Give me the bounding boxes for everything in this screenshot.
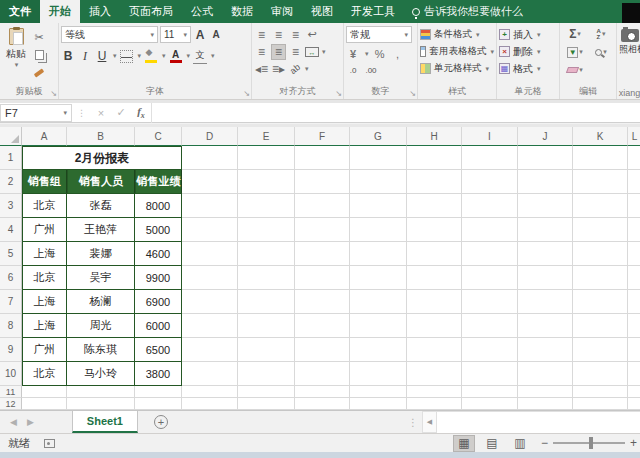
table-cell[interactable]: 张磊 <box>67 194 135 218</box>
ribbon-tab[interactable]: 文件 <box>0 0 40 23</box>
confirm-entry-button[interactable]: ✓ <box>111 106 131 119</box>
table-cell[interactable]: 北京 <box>22 266 67 290</box>
table-cell[interactable]: 6000 <box>135 314 182 338</box>
orientation-button[interactable]: ab <box>288 61 302 77</box>
name-box[interactable]: F7▾ <box>0 104 72 122</box>
table-cell[interactable]: 3800 <box>135 362 182 386</box>
percent-style-button[interactable]: % <box>373 46 387 62</box>
table-cell[interactable]: 8000 <box>135 194 182 218</box>
align-bottom-button[interactable]: ≡ <box>288 28 303 42</box>
column-header[interactable]: I <box>462 127 518 146</box>
underline-dropdown[interactable]: ▾ <box>113 52 117 60</box>
sort-filter-button[interactable]: AZ▾ <box>588 26 614 42</box>
font-color-button[interactable]: A <box>169 48 183 64</box>
fill-button[interactable]: ▼▾ <box>562 44 588 60</box>
ribbon-tab[interactable]: 视图 <box>302 0 342 23</box>
cells-menu-item[interactable]: ▦格式▾ <box>499 60 557 77</box>
comma-style-button[interactable]: , <box>391 46 405 62</box>
row-header[interactable]: 7 <box>0 290 22 314</box>
bold-button[interactable]: B <box>61 48 75 64</box>
cells-menu-item[interactable]: ×删除▾ <box>499 43 557 60</box>
merge-center-button[interactable]: ↔ <box>305 44 319 60</box>
table-cell[interactable]: 广州 <box>22 218 67 242</box>
column-header[interactable]: F <box>295 127 350 146</box>
sheet-tab-sheet1[interactable]: Sheet1 <box>72 411 138 433</box>
ribbon-tab[interactable]: 开始 <box>40 0 80 23</box>
orientation-dropdown[interactable]: ▾ <box>305 65 309 73</box>
zoom-slider[interactable] <box>553 442 625 444</box>
table-header-cell[interactable]: 销售人员 <box>67 170 135 194</box>
ribbon-tab[interactable]: 插入 <box>80 0 120 23</box>
select-all-button[interactable] <box>0 127 22 146</box>
table-cell[interactable]: 吴宇 <box>67 266 135 290</box>
row-header[interactable]: 1 <box>0 146 22 170</box>
zoom-slider-thumb[interactable] <box>589 437 593 449</box>
column-header[interactable]: D <box>182 127 238 146</box>
table-cell[interactable]: 上海 <box>22 314 67 338</box>
table-cell[interactable]: 马小玲 <box>67 362 135 386</box>
table-cell[interactable]: 杨澜 <box>67 290 135 314</box>
table-cell[interactable]: 9900 <box>135 266 182 290</box>
column-header[interactable]: J <box>518 127 573 146</box>
alignment-dialog-launcher[interactable]: ↘ <box>335 90 342 98</box>
table-cell[interactable]: 北京 <box>22 194 67 218</box>
new-sheet-button[interactable]: + <box>154 415 168 429</box>
increase-decimal-button[interactable]: .0 <box>346 62 360 78</box>
table-cell[interactable]: 4600 <box>135 242 182 266</box>
column-header[interactable]: E <box>238 127 295 146</box>
font-color-dropdown[interactable]: ▾ <box>187 52 191 60</box>
italic-button[interactable]: I <box>78 48 92 64</box>
style-menu-item[interactable]: 套用表格格式▾ <box>420 43 494 60</box>
table-cell[interactable]: 裴娜 <box>67 242 135 266</box>
formula-input[interactable] <box>151 103 640 123</box>
row-header[interactable]: 3 <box>0 194 22 218</box>
column-header[interactable]: G <box>350 127 407 146</box>
column-header[interactable]: K <box>573 127 628 146</box>
camera-button[interactable]: 照相机 <box>619 29 640 56</box>
font-dialog-launcher[interactable]: ↘ <box>243 90 250 98</box>
formula-bar-splitter[interactable]: ⋮ <box>72 108 91 118</box>
row-header[interactable]: 4 <box>0 218 22 242</box>
borders-button[interactable] <box>120 48 134 64</box>
number-format-select[interactable]: 常规▾ <box>346 26 412 43</box>
column-header[interactable]: B <box>67 127 135 146</box>
font-name-select[interactable]: 等线▾ <box>61 26 158 43</box>
fill-color-button[interactable] <box>144 48 158 64</box>
align-top-button[interactable]: ≡ <box>254 28 269 42</box>
row-header[interactable]: 6 <box>0 266 22 290</box>
table-cell[interactable]: 5000 <box>135 218 182 242</box>
macro-record-icon[interactable] <box>44 439 55 448</box>
table-cell[interactable]: 王艳萍 <box>67 218 135 242</box>
font-size-select[interactable]: 11▾ <box>160 26 191 43</box>
zoom-in-button[interactable]: + <box>630 436 637 450</box>
row-header[interactable]: 5 <box>0 242 22 266</box>
table-cell[interactable]: 上海 <box>22 242 67 266</box>
style-menu-item[interactable]: 单元格样式▾ <box>420 60 494 77</box>
prev-sheet-button[interactable]: ◀ <box>10 417 17 427</box>
table-cell[interactable]: 6500 <box>135 338 182 362</box>
row-header[interactable]: 9 <box>0 338 22 362</box>
merge-center-dropdown[interactable]: ▾ <box>322 48 326 56</box>
align-center-button[interactable]: ≡ <box>271 44 286 60</box>
autosum-button[interactable]: Σ▾ <box>562 26 588 42</box>
decrease-decimal-button[interactable]: .00 <box>364 62 378 78</box>
fill-color-dropdown[interactable]: ▾ <box>162 52 166 60</box>
accounting-dropdown[interactable]: ▾ <box>365 50 369 58</box>
column-header[interactable]: C <box>135 127 182 146</box>
cells-menu-item[interactable]: +插入▾ <box>499 26 557 43</box>
tell-me-box[interactable]: 告诉我你想要做什么 <box>404 0 531 23</box>
column-header[interactable]: H <box>407 127 462 146</box>
align-right-button[interactable]: ≡ <box>288 45 303 59</box>
decrease-font-button[interactable]: A <box>209 27 223 43</box>
table-cell[interactable]: 广州 <box>22 338 67 362</box>
copy-button[interactable] <box>32 47 46 63</box>
row-header[interactable]: 11 <box>0 386 22 398</box>
zoom-out-button[interactable]: − <box>541 436 548 450</box>
table-header-cell[interactable]: 销售组 <box>22 170 67 194</box>
hscroll-left-arrow[interactable]: ◀ <box>422 411 437 433</box>
normal-view-button[interactable]: ▦ <box>453 435 475 452</box>
number-dialog-launcher[interactable]: ↘ <box>409 90 416 98</box>
table-cell[interactable]: 北京 <box>22 362 67 386</box>
table-header-cell[interactable]: 销售业绩 <box>135 170 182 194</box>
row-header[interactable]: 12 <box>0 398 22 410</box>
